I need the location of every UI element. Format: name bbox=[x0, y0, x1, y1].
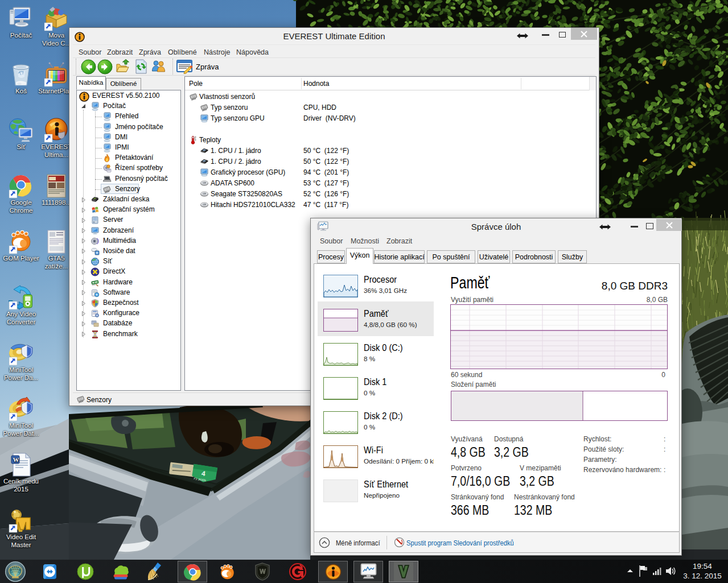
svg-text:W: W bbox=[13, 456, 19, 463]
